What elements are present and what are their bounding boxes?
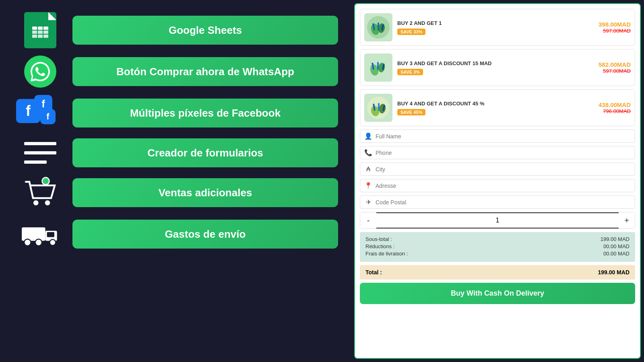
shipping-label: Frais de livraison :: [365, 251, 408, 257]
save-badge-3: SAVE 45%: [397, 109, 425, 115]
subtotal-row: Sous-total : 199.00 MAD: [365, 236, 630, 242]
whatsapp-icon: [24, 56, 56, 88]
quantity-plus-button[interactable]: +: [619, 212, 635, 228]
product-image-2: [364, 53, 392, 82]
google-sheets-button[interactable]: Google Sheets: [72, 16, 338, 45]
sheets-icon: [24, 12, 56, 48]
shipping-value: 00.00 MAD: [603, 251, 630, 257]
price-current-1: 398.00MAD: [599, 21, 631, 28]
product-card-3[interactable]: BUY 4 AND GET A DISCOUNT 45 % SAVE 45% 4…: [360, 89, 635, 126]
product-image-1: [364, 13, 392, 41]
upsell-button[interactable]: Ventas adicionales: [72, 178, 338, 207]
location-icon: 📍: [364, 182, 372, 189]
svg-rect-3: [22, 227, 45, 241]
svg-point-6: [24, 239, 31, 246]
price-original-1: 597.00MAD: [599, 28, 631, 34]
product-prices-2: 582.00MAD 597.00MAD: [599, 61, 631, 74]
svg-rect-25: [378, 103, 380, 111]
phone-field[interactable]: 📞: [360, 146, 635, 159]
forms-button[interactable]: Creador de formularios: [72, 138, 338, 167]
city-icon: ₳: [364, 165, 372, 173]
total-section: Total : 199.00 MAD: [360, 265, 635, 280]
right-panel: BUY 2 AND GET 1 SAVE 33% 398.00MAD 597.0…: [354, 3, 641, 359]
product-title-2: BUY 3 AND GET A DISCOUNT 15 MAD: [397, 60, 594, 66]
product-title-1: BUY 2 AND GET 1: [397, 20, 594, 26]
product-info-1: BUY 2 AND GET 1 SAVE 33%: [397, 20, 594, 35]
product-card-1[interactable]: BUY 2 AND GET 1 SAVE 33% 398.00MAD 597.0…: [360, 9, 635, 46]
whatsapp-button[interactable]: Botón Comprar ahora de WhatsApp: [72, 57, 338, 86]
shipping-row: Frais de livraison : 00.00 MAD: [365, 251, 630, 257]
phone-input[interactable]: [376, 150, 631, 156]
svg-rect-5: [47, 232, 54, 237]
facebook-icon-2: f: [34, 95, 52, 113]
summary-section: Sous-total : 199.00 MAD Réductions : 00.…: [360, 232, 635, 262]
shipping-button[interactable]: Gastos de envío: [72, 220, 338, 249]
product-info-2: BUY 3 AND GET A DISCOUNT 15 MAD SAVE 3%: [397, 60, 594, 75]
facebook-icon-area: f f f: [16, 95, 64, 131]
total-value: 199.00 MAD: [598, 269, 630, 276]
facebook-button[interactable]: Múltiples píxeles de Facebook: [72, 99, 338, 128]
svg-point-7: [35, 239, 42, 246]
city-input[interactable]: [376, 166, 631, 173]
product-title-3: BUY 4 AND GET A DISCOUNT 45 %: [397, 101, 594, 107]
reductions-value: 00.00 MAD: [603, 243, 630, 249]
price-current-3: 438.00MAD: [599, 101, 631, 108]
facebook-multi-icon: f f f: [16, 95, 64, 131]
quantity-row: - +: [360, 212, 635, 229]
price-original-3: 796.00MAD: [599, 108, 631, 114]
buy-button[interactable]: Buy With Cash On Delivery: [360, 283, 635, 304]
feature-row-shipping: Gastos de envío: [16, 218, 338, 250]
cart-icon-area: [16, 175, 64, 211]
full-name-field[interactable]: 👤: [360, 130, 635, 143]
save-badge-1: SAVE 33%: [397, 29, 425, 35]
feature-row-google-sheets: Google Sheets: [16, 12, 338, 48]
product-info-3: BUY 4 AND GET A DISCOUNT 45 % SAVE 45%: [397, 101, 594, 115]
list-icon: [24, 139, 56, 167]
svg-rect-19: [377, 62, 379, 70]
forms-icon-area: [16, 139, 64, 167]
list-line-2: [24, 151, 56, 154]
postal-input[interactable]: [376, 199, 631, 206]
save-badge-2: SAVE 3%: [397, 69, 423, 75]
svg-point-8: [50, 239, 56, 245]
product-image-3: [364, 94, 392, 122]
feature-row-upsell: Ventas adicionales: [16, 175, 338, 211]
address-field[interactable]: 📍: [360, 179, 635, 192]
whatsapp-icon-area: [16, 56, 64, 88]
price-original-2: 597.00MAD: [599, 68, 631, 74]
feature-row-forms: Creador de formularios: [16, 138, 338, 167]
svg-point-0: [33, 200, 39, 206]
feature-row-whatsapp: Botón Comprar ahora de WhatsApp: [16, 56, 338, 88]
postal-field[interactable]: ✈: [360, 195, 635, 209]
svg-point-2: [42, 177, 50, 185]
cart-icon: [22, 175, 58, 211]
subtotal-label: Sous-total :: [365, 236, 392, 242]
person-icon: 👤: [364, 132, 372, 140]
total-label: Total :: [365, 269, 382, 276]
sheets-icon-area: [16, 12, 64, 48]
city-field[interactable]: ₳: [360, 162, 635, 176]
truck-icon: [20, 218, 60, 250]
postal-icon: ✈: [364, 198, 372, 206]
list-line-3: [24, 160, 47, 164]
price-current-2: 582.00MAD: [599, 61, 631, 68]
product-prices-1: 398.00MAD 597.00MAD: [599, 21, 631, 34]
full-name-input[interactable]: [376, 133, 631, 140]
reductions-label: Réductions :: [365, 243, 394, 249]
reductions-row: Réductions : 00.00 MAD: [365, 243, 630, 249]
subtotal-value: 199.00 MAD: [601, 236, 630, 242]
address-input[interactable]: [376, 183, 631, 189]
left-panel: Google Sheets Botón Comprar ahora de Wha…: [0, 0, 354, 362]
phone-icon: 📞: [364, 149, 372, 156]
feature-row-facebook: f f f Múltiples píxeles de Facebook: [16, 95, 338, 131]
svg-point-1: [45, 200, 50, 206]
truck-icon-area: [16, 218, 64, 250]
product-prices-3: 438.00MAD 796.00MAD: [599, 101, 631, 114]
product-card-2[interactable]: BUY 3 AND GET A DISCOUNT 15 MAD SAVE 3% …: [360, 49, 635, 86]
quantity-minus-button[interactable]: -: [360, 212, 376, 228]
list-line-1: [24, 142, 56, 145]
quantity-input[interactable]: [376, 212, 619, 228]
svg-rect-13: [378, 23, 379, 31]
